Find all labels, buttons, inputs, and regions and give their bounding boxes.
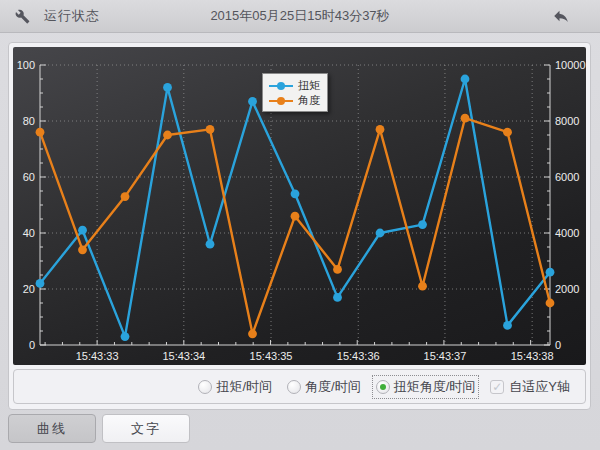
footer-buttons: 曲线 文字 xyxy=(8,414,190,443)
svg-text:15:43:36: 15:43:36 xyxy=(337,350,380,362)
svg-text:100: 100 xyxy=(17,59,35,71)
radio-icon xyxy=(376,380,390,394)
wrench-icon xyxy=(14,8,30,24)
svg-text:15:43:37: 15:43:37 xyxy=(424,350,467,362)
angle-series-marker-icon xyxy=(269,96,293,106)
radio-label: 扭矩/时间 xyxy=(216,378,272,396)
svg-text:4000: 4000 xyxy=(555,227,579,239)
svg-text:20: 20 xyxy=(23,283,35,295)
svg-text:15:43:38: 15:43:38 xyxy=(511,350,554,362)
legend-item-angle: 角度 xyxy=(269,93,321,108)
page-title: 运行状态 xyxy=(44,7,100,25)
legend-label-torque: 扭矩 xyxy=(298,78,320,93)
checkbox-icon xyxy=(490,380,504,394)
svg-text:2000: 2000 xyxy=(555,283,579,295)
svg-text:80: 80 xyxy=(23,115,35,127)
radio-icon xyxy=(287,380,301,394)
chart-mode-controls: 扭矩/时间 角度/时间 扭矩角度/时间 自适应Y轴 xyxy=(13,369,586,404)
legend-item-torque: 扭矩 xyxy=(269,78,321,93)
back-icon[interactable] xyxy=(552,7,570,25)
checkbox-label: 自适应Y轴 xyxy=(509,378,570,396)
torque-series-marker-icon xyxy=(269,81,293,91)
radio-icon xyxy=(198,380,212,394)
svg-text:15:43:33: 15:43:33 xyxy=(76,350,119,362)
text-tab-button[interactable]: 文字 xyxy=(102,414,190,443)
adaptive-y-checkbox[interactable]: 自适应Y轴 xyxy=(487,376,573,398)
radio-torque-time[interactable]: 扭矩/时间 xyxy=(195,376,275,398)
radio-torque-angle-time[interactable]: 扭矩角度/时间 xyxy=(373,376,479,398)
svg-text:0: 0 xyxy=(29,339,35,351)
radio-label: 扭矩角度/时间 xyxy=(394,378,476,396)
radio-angle-time[interactable]: 角度/时间 xyxy=(284,376,364,398)
chart-legend: 扭矩 角度 xyxy=(262,73,328,112)
svg-text:15:43:34: 15:43:34 xyxy=(162,350,205,362)
svg-text:40: 40 xyxy=(23,227,35,239)
curve-tab-button[interactable]: 曲线 xyxy=(8,414,96,443)
radio-label: 角度/时间 xyxy=(305,378,361,396)
svg-text:10000: 10000 xyxy=(555,59,586,71)
svg-text:15:43:35: 15:43:35 xyxy=(250,350,293,362)
svg-text:6000: 6000 xyxy=(555,171,579,183)
chart-area: 020406080100020004000600080001000015:43:… xyxy=(13,47,586,365)
legend-label-angle: 角度 xyxy=(298,93,320,108)
svg-text:0: 0 xyxy=(555,339,561,351)
title-bar: 运行状态 2015年05月25日15时43分37秒 xyxy=(0,0,600,33)
svg-text:60: 60 xyxy=(23,171,35,183)
chart-panel: 020406080100020004000600080001000015:43:… xyxy=(8,42,591,410)
svg-text:8000: 8000 xyxy=(555,115,579,127)
